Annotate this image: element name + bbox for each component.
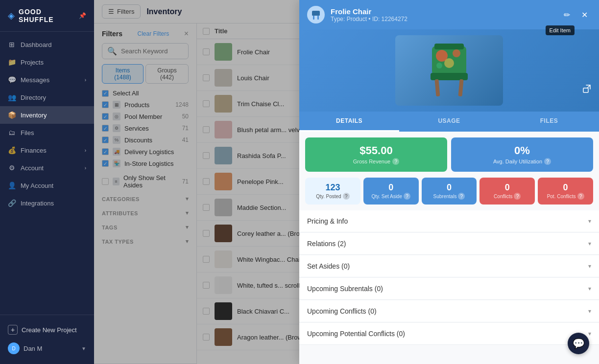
- tab-files[interactable]: FILES: [499, 112, 599, 132]
- tab-details[interactable]: DETAILS: [299, 112, 399, 132]
- svg-point-7: [453, 49, 460, 57]
- svg-rect-11: [431, 73, 468, 80]
- info-icon[interactable]: ?: [514, 193, 521, 200]
- frolie-chair-svg: [425, 41, 474, 100]
- chevron-down-icon: ▾: [588, 240, 591, 247]
- chair-avatar-icon: [308, 7, 324, 23]
- qty-posted-label: Qty. Posted ?: [316, 193, 350, 200]
- sidebar-item-dashboard[interactable]: ⊞ Dashboard: [0, 36, 94, 53]
- upcoming-conflicts-section: Upcoming Conflicts (0) ▾: [299, 300, 599, 322]
- svg-point-9: [436, 63, 442, 68]
- chevron-down-icon: ›: [85, 165, 86, 171]
- sidebar-item-label: Directory: [21, 94, 46, 101]
- conflicts-card: 0 Conflicts ?: [479, 178, 535, 205]
- sidebar-item-label: Dashboard: [21, 41, 52, 48]
- detail-body: $55.00 Gross Revenue ? 0% Avg. Daily Uti…: [299, 132, 599, 364]
- svg-rect-3: [317, 16, 319, 20]
- conflicts-value: 0: [505, 182, 510, 193]
- subrentals-value: 0: [447, 182, 452, 193]
- avg-utilization-value: 0%: [514, 144, 530, 157]
- svg-rect-2: [313, 16, 314, 20]
- sidebar-navigation: ⊞ Dashboard 📁 Projects 💬 Messages › 👥 Di…: [0, 32, 94, 315]
- close-button[interactable]: ✕: [577, 8, 591, 22]
- upcoming-potential-conflicts-header[interactable]: Upcoming Potential Conflicts (0) ▾: [299, 323, 599, 344]
- info-icon[interactable]: ?: [392, 158, 399, 165]
- chevron-down-icon: ▾: [588, 218, 591, 225]
- logo-pin-icon[interactable]: 📌: [79, 12, 86, 19]
- tab-usage[interactable]: USAGE: [399, 112, 499, 132]
- info-icon[interactable]: ?: [458, 193, 465, 200]
- chevron-down-icon: ▾: [588, 308, 591, 315]
- sidebar-item-finances[interactable]: 💰 Finances ›: [0, 141, 94, 159]
- primary-stats: $55.00 Gross Revenue ? 0% Avg. Daily Uti…: [299, 132, 599, 178]
- sidebar-item-messages[interactable]: 💬 Messages ›: [0, 71, 94, 89]
- qty-set-aside-label: Qty. Set Aside ?: [371, 193, 410, 200]
- my-account-icon: 👤: [8, 182, 16, 189]
- account-icon: ⚙: [8, 164, 16, 172]
- integrations-icon: 🔗: [8, 199, 16, 207]
- chat-button[interactable]: 💬: [568, 333, 589, 354]
- svg-point-8: [444, 58, 454, 68]
- finances-icon: 💰: [8, 146, 16, 154]
- user-name: Dan M: [24, 345, 42, 352]
- sidebar-logo: ◈ GOOD SHUFFLE 📌: [0, 0, 94, 32]
- sidebar-item-directory[interactable]: 👥 Directory: [0, 89, 94, 106]
- inventory-icon: 📦: [8, 111, 16, 119]
- sidebar-item-files[interactable]: 🗂 Files: [0, 124, 94, 141]
- info-icon[interactable]: ?: [577, 193, 584, 200]
- sidebar-item-label: Projects: [21, 59, 44, 66]
- sidebar-item-label: My Account: [21, 182, 53, 189]
- dashboard-icon: ⊞: [8, 41, 16, 48]
- chevron-down-icon: ▾: [588, 330, 591, 337]
- upcoming-subrentals-header[interactable]: Upcoming Subrentals (0) ▾: [299, 278, 599, 299]
- user-menu[interactable]: D Dan M ▼: [8, 339, 86, 358]
- sidebar-item-label: Finances: [21, 147, 47, 154]
- chevron-down-icon: ▾: [588, 263, 591, 270]
- edit-item-tooltip: Edit Item: [546, 25, 575, 35]
- sidebar-item-projects[interactable]: 📁 Projects: [0, 53, 94, 71]
- relations-header[interactable]: Relations (2) ▾: [299, 233, 599, 254]
- pricing-info-header[interactable]: Pricing & Info ▾: [299, 210, 599, 232]
- pot-conflicts-value: 0: [563, 182, 568, 193]
- files-icon: 🗂: [8, 129, 16, 136]
- info-icon[interactable]: ?: [544, 158, 551, 165]
- pot-conflicts-label: Pot. Conflicts ?: [547, 193, 584, 200]
- chevron-down-icon: ▼: [81, 346, 86, 351]
- sidebar-item-label: Files: [21, 129, 34, 136]
- conflicts-label: Conflicts ?: [494, 193, 521, 200]
- pot-conflicts-card: 0 Pot. Conflicts ?: [538, 178, 593, 205]
- sidebar-item-integrations[interactable]: 🔗 Integrations: [0, 194, 94, 212]
- detail-title: Frolie Chair: [331, 7, 554, 16]
- qty-posted-card: 123 Qty. Posted ?: [305, 178, 360, 205]
- upcoming-potential-conflicts-section: Upcoming Potential Conflicts (0) ▾: [299, 323, 599, 345]
- edit-button[interactable]: ✏: [560, 8, 574, 22]
- detail-header: Frolie Chair Type: Product • ID: 1226427…: [299, 0, 599, 29]
- product-image: [395, 35, 503, 106]
- logo-icon: ◈: [8, 10, 15, 21]
- sidebar: ◈ GOOD SHUFFLE 📌 ⊞ Dashboard 📁 Projects …: [0, 0, 94, 364]
- svg-rect-13: [458, 79, 464, 97]
- sidebar-item-account[interactable]: ⚙ Account ›: [0, 159, 94, 177]
- gross-revenue-card: $55.00 Gross Revenue ?: [305, 137, 447, 172]
- qty-posted-value: 123: [325, 182, 340, 193]
- avg-utilization-card: 0% Avg. Daily Utilization ?: [451, 137, 593, 172]
- secondary-stats: 123 Qty. Posted ? 0 Qty. Set Aside ? 0: [299, 178, 599, 210]
- upcoming-conflicts-header[interactable]: Upcoming Conflicts (0) ▾: [299, 300, 599, 322]
- chevron-right-icon: ›: [85, 148, 86, 153]
- subrentals-card: 0 Subrentals ?: [422, 178, 477, 205]
- qty-set-aside-card: 0 Qty. Set Aside ?: [363, 178, 419, 205]
- svg-rect-12: [434, 79, 440, 97]
- set-asides-section: Set Asides (0) ▾: [299, 255, 599, 277]
- set-asides-header[interactable]: Set Asides (0) ▾: [299, 255, 599, 277]
- sidebar-item-inventory[interactable]: 📦 Inventory: [0, 106, 94, 124]
- messages-icon: 💬: [8, 76, 16, 84]
- sidebar-item-my-account[interactable]: 👤 My Account: [0, 177, 94, 194]
- external-link-icon[interactable]: [582, 84, 591, 95]
- logo-text: GOOD SHUFFLE: [19, 8, 75, 23]
- gross-revenue-label: Gross Revenue ?: [353, 158, 399, 165]
- main-content: ☰ Filters Inventory ☰ ⊞ Filters Clear Fi…: [94, 0, 599, 364]
- create-project-button[interactable]: + Create New Project: [8, 321, 86, 339]
- subrentals-label: Subrentals ?: [433, 193, 465, 200]
- info-icon[interactable]: ?: [404, 193, 410, 200]
- info-icon[interactable]: ?: [343, 193, 350, 200]
